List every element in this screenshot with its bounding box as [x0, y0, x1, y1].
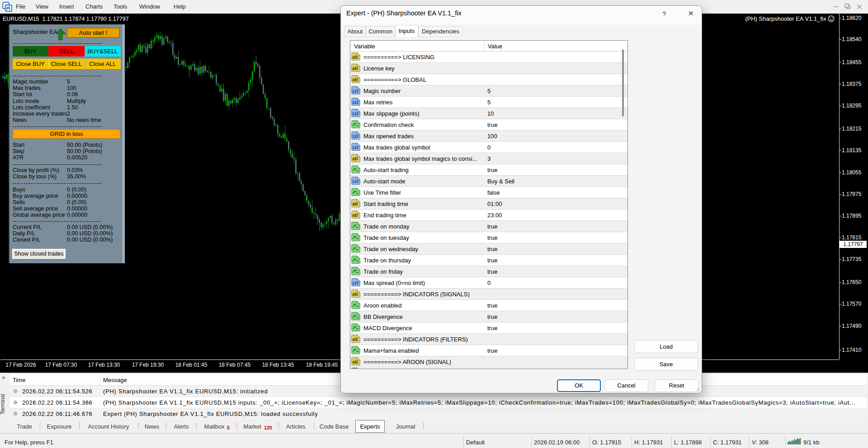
svg-text:123: 123: [352, 146, 359, 150]
svg-text:123: 123: [352, 281, 359, 285]
svg-text:ab: ab: [352, 201, 358, 206]
svg-text:ab: ab: [352, 77, 358, 82]
svg-text:ab: ab: [352, 212, 358, 218]
svg-text:123: 123: [352, 101, 359, 105]
svg-text:ab: ab: [352, 65, 358, 71]
svg-text:123: 123: [352, 112, 359, 116]
svg-text:ab: ab: [352, 156, 358, 161]
svg-text:ab: ab: [352, 336, 358, 342]
svg-text:ab: ab: [352, 291, 358, 297]
svg-text:ab: ab: [352, 54, 358, 60]
svg-text:123: 123: [352, 89, 359, 93]
svg-text:ab: ab: [352, 359, 358, 364]
svg-text:123: 123: [352, 180, 359, 184]
svg-text:123: 123: [352, 135, 359, 139]
